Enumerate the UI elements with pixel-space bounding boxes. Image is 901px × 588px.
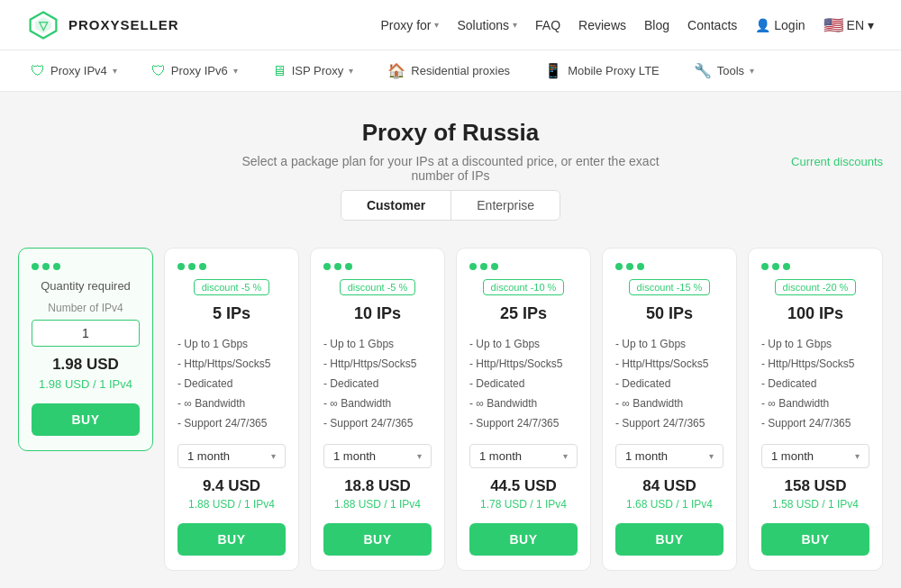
feature-item: Http/Https/Socks5 xyxy=(469,354,578,374)
chevron-down-icon: ▾ xyxy=(271,451,276,461)
features-list: Up to 1 Gbps Http/Https/Socks5 Dedicated… xyxy=(323,334,432,433)
feature-item: ∞ Bandwidth xyxy=(761,394,869,413)
discount-badge: discount -5 % xyxy=(340,279,416,295)
nav-blog[interactable]: Blog xyxy=(644,18,669,32)
chevron-down-icon: ▾ xyxy=(868,18,874,32)
period-selector[interactable]: 1 month ▾ xyxy=(469,444,578,468)
nav-proxy-ipv6-label: Proxy IPv6 xyxy=(171,64,228,77)
discount-badge: discount -10 % xyxy=(483,279,565,295)
card-dots xyxy=(177,263,286,270)
nav-isp-proxy-label: ISP Proxy xyxy=(292,64,344,77)
feature-item: Support 24/7/365 xyxy=(761,413,869,433)
dot-3 xyxy=(491,263,498,270)
discount-badge: discount -15 % xyxy=(629,279,711,295)
period-label: 1 month xyxy=(187,449,230,463)
buy-button-50ips[interactable]: BUY xyxy=(615,523,724,556)
chevron-down-icon: ▾ xyxy=(349,66,353,76)
dot-2 xyxy=(188,263,196,270)
nav-solutions[interactable]: Solutions ▾ xyxy=(457,18,517,32)
tab-enterprise[interactable]: Enterprise xyxy=(451,191,560,220)
feature-item: Dedicated xyxy=(177,374,286,394)
features-list: Up to 1 Gbps Http/Https/Socks5 Dedicated… xyxy=(761,334,869,433)
feature-item: Up to 1 Gbps xyxy=(323,334,432,354)
nav-login-button[interactable]: 👤 Login xyxy=(755,18,805,32)
logo[interactable]: ▽ PROXYSELLER xyxy=(27,9,179,41)
chevron-down-icon: ▾ xyxy=(750,66,754,76)
buy-button-10ips[interactable]: BUY xyxy=(323,523,432,556)
buy-button-5ips[interactable]: BUY xyxy=(177,523,286,556)
card-dots xyxy=(469,263,578,270)
buy-button-custom[interactable]: BUY xyxy=(32,403,140,436)
card-per: 1.78 USD / 1 IPv4 xyxy=(469,498,578,511)
nav-proxy-ipv4[interactable]: 🛡 Proxy IPv4 ▾ xyxy=(27,63,121,79)
custom-quantity-card: Quantity required Number of IPv4 1.98 US… xyxy=(18,248,153,451)
home-icon: 🏠 xyxy=(387,62,405,79)
period-label: 1 month xyxy=(771,449,814,463)
nav-mobile-proxy[interactable]: 📱 Mobile Proxy LTE xyxy=(541,62,663,79)
period-label: 1 month xyxy=(625,449,668,463)
feature-item: Dedicated xyxy=(761,374,869,394)
feature-item: Up to 1 Gbps xyxy=(469,334,578,354)
nav-isp-proxy[interactable]: 🖥 ISP Proxy ▾ xyxy=(268,63,358,79)
quantity-input[interactable] xyxy=(32,320,140,347)
card-per: 1.88 USD / 1 IPv4 xyxy=(177,498,286,511)
feature-item: Support 24/7/365 xyxy=(177,413,286,433)
period-selector[interactable]: 1 month ▾ xyxy=(761,444,869,468)
plan-tabs: Customer Enterprise xyxy=(341,190,560,221)
chevron-down-icon: ▾ xyxy=(709,451,714,461)
card-25ips: discount -10 % 25 IPs Up to 1 Gbps Http/… xyxy=(456,248,591,571)
input-label: Number of IPv4 xyxy=(32,302,140,314)
dot-3 xyxy=(53,263,60,270)
chevron-down-icon: ▾ xyxy=(563,451,568,461)
dot-3 xyxy=(783,263,790,270)
nav-proxy-ipv6[interactable]: 🛡 Proxy IPv6 ▾ xyxy=(148,63,241,79)
features-list: Up to 1 Gbps Http/Https/Socks5 Dedicated… xyxy=(177,334,286,433)
period-selector[interactable]: 1 month ▾ xyxy=(615,444,724,468)
chevron-down-icon: ▾ xyxy=(233,66,238,76)
monitor-icon: 🖥 xyxy=(272,63,287,79)
card-dots xyxy=(32,263,140,270)
card-100ips: discount -20 % 100 IPs Up to 1 Gbps Http… xyxy=(748,248,883,571)
feature-item: Support 24/7/365 xyxy=(469,413,578,433)
nav-proxy-for[interactable]: Proxy for ▾ xyxy=(380,18,439,32)
feature-item: Http/Https/Socks5 xyxy=(177,354,286,374)
period-selector[interactable]: 1 month ▾ xyxy=(177,444,286,468)
nav-tools-label: Tools xyxy=(717,64,744,77)
user-icon: 👤 xyxy=(755,18,770,32)
period-label: 1 month xyxy=(479,449,522,463)
feature-item: ∞ Bandwidth xyxy=(177,394,286,413)
nav-reviews[interactable]: Reviews xyxy=(578,18,626,32)
feature-item: Support 24/7/365 xyxy=(615,413,724,433)
feature-item: Http/Https/Socks5 xyxy=(323,354,432,374)
dot-2 xyxy=(772,263,779,270)
custom-price: 1.98 USD xyxy=(32,356,140,374)
dot-2 xyxy=(626,263,633,270)
tools-icon: 🔧 xyxy=(694,62,712,79)
quantity-label: Quantity required xyxy=(32,279,140,293)
card-dots xyxy=(761,263,869,270)
nav-contacts[interactable]: Contacts xyxy=(687,18,737,32)
feature-item: Dedicated xyxy=(323,374,432,394)
card-dots xyxy=(323,263,432,270)
page-title-section: Proxy of Russia xyxy=(18,119,883,147)
nav-proxy-ipv4-label: Proxy IPv4 xyxy=(50,64,107,77)
chevron-down-icon: ▾ xyxy=(417,451,422,461)
nav-tools[interactable]: 🔧 Tools ▾ xyxy=(690,62,758,79)
nav-residential-proxies[interactable]: 🏠 Residential proxies xyxy=(384,62,514,79)
nav-faq[interactable]: FAQ xyxy=(535,18,560,32)
current-discounts-link[interactable]: Current discounts xyxy=(791,155,883,168)
buy-button-25ips[interactable]: BUY xyxy=(469,523,578,556)
feature-item: ∞ Bandwidth xyxy=(323,394,432,413)
custom-per: 1.98 USD / 1 IPv4 xyxy=(32,377,140,391)
dot-2 xyxy=(42,263,50,270)
period-selector[interactable]: 1 month ▾ xyxy=(323,444,432,468)
buy-button-100ips[interactable]: BUY xyxy=(761,523,869,556)
feature-item: Up to 1 Gbps xyxy=(615,334,724,354)
lang-label: EN xyxy=(847,18,864,32)
nav-language[interactable]: 🇺🇸 EN ▾ xyxy=(824,15,874,35)
discount-badge: discount -5 % xyxy=(194,279,270,295)
tab-customer[interactable]: Customer xyxy=(341,191,451,220)
card-price: 9.4 USD xyxy=(177,477,286,495)
feature-item: ∞ Bandwidth xyxy=(615,394,724,413)
chevron-down-icon: ▾ xyxy=(855,451,860,461)
